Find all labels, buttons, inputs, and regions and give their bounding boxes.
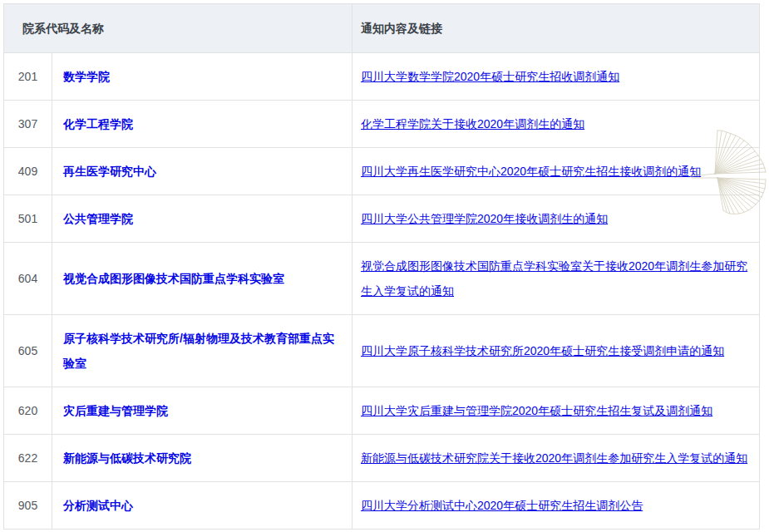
table-row: 409 再生医学研究中心 四川大学再生医学研究中心2020年硕士研究生招生接收调… xyxy=(4,148,760,195)
dept-code: 501 xyxy=(4,195,52,243)
dept-code: 622 xyxy=(4,435,52,482)
table-row: 501 公共管理学院 四川大学公共管理学院2020年接收调剂生的通知 xyxy=(4,195,760,243)
table-row: 307 化学工程学院 化学工程学院关于接收2020年调剂生的通知 xyxy=(4,101,760,148)
dept-code: 307 xyxy=(4,101,52,148)
dept-code: 604 xyxy=(4,243,52,315)
notice-link[interactable]: 四川大学数学学院2020年硕士研究生招收调剂通知 xyxy=(361,70,619,83)
table-header-dept: 院系代码及名称 xyxy=(4,4,352,53)
notice-link[interactable]: 四川大学再生医学研究中心2020年硕士研究生招生接收调剂的通知 xyxy=(361,165,701,178)
table-header-row: 院系代码及名称 通知内容及链接 xyxy=(4,4,760,53)
notice-link[interactable]: 四川大学公共管理学院2020年接收调剂生的通知 xyxy=(361,212,608,225)
dept-code: 905 xyxy=(4,482,52,530)
dept-code: 201 xyxy=(4,53,52,101)
table-row: 905 分析测试中心 四川大学分析测试中心2020年硕士研究生招生调剂公告 xyxy=(4,482,760,530)
dept-name-link[interactable]: 化学工程学院 xyxy=(63,117,133,131)
notice-link[interactable]: 新能源与低碳技术研究院关于接收2020年调剂生参加研究生入学复试的通知 xyxy=(361,451,747,465)
notice-link[interactable]: 四川大学原子核科学技术研究所2020年硕士研究生接受调剂申请的通知 xyxy=(361,344,724,357)
dept-name-link[interactable]: 原子核科学技术研究所/辐射物理及技术教育部重点实验室 xyxy=(63,332,334,370)
dept-name-link[interactable]: 再生医学研究中心 xyxy=(63,165,156,178)
dept-code: 605 xyxy=(4,315,52,387)
dept-name-link[interactable]: 新能源与低碳技术研究院 xyxy=(63,451,191,465)
table-row: 620 灾后重建与管理学院 四川大学灾后重建与管理学院2020年硕士研究生招生复… xyxy=(4,387,760,435)
notice-link[interactable]: 化学工程学院关于接收2020年调剂生的通知 xyxy=(361,117,584,131)
notice-link[interactable]: 四川大学灾后重建与管理学院2020年硕士研究生招生复试及调剂通知 xyxy=(361,404,712,417)
dept-name-link[interactable]: 分析测试中心 xyxy=(63,499,133,512)
table-header-notice: 通知内容及链接 xyxy=(352,4,760,53)
notices-table: 院系代码及名称 通知内容及链接 201 数学学院 四川大学数学学院2020年硕士… xyxy=(3,3,760,530)
notices-table-container: 院系代码及名称 通知内容及链接 201 数学学院 四川大学数学学院2020年硕士… xyxy=(3,3,759,530)
dept-name-link[interactable]: 公共管理学院 xyxy=(63,212,133,225)
dept-name-link[interactable]: 视觉合成图形图像技术国防重点学科实验室 xyxy=(63,272,284,285)
table-row: 622 新能源与低碳技术研究院 新能源与低碳技术研究院关于接收2020年调剂生参… xyxy=(4,435,760,482)
table-row: 604 视觉合成图形图像技术国防重点学科实验室 视觉合成图形图像技术国防重点学科… xyxy=(4,243,760,315)
table-row: 605 原子核科学技术研究所/辐射物理及技术教育部重点实验室 四川大学原子核科学… xyxy=(4,315,760,387)
dept-name-link[interactable]: 数学学院 xyxy=(63,70,110,83)
dept-code: 620 xyxy=(4,387,52,435)
notice-link[interactable]: 四川大学分析测试中心2020年硕士研究生招生调剂公告 xyxy=(361,499,643,512)
dept-code: 409 xyxy=(4,148,52,195)
notice-link[interactable]: 视觉合成图形图像技术国防重点学科实验室关于接收2020年调剂生参加研究生入学复试… xyxy=(361,259,747,298)
table-row: 201 数学学院 四川大学数学学院2020年硕士研究生招收调剂通知 xyxy=(4,53,760,101)
dept-name-link[interactable]: 灾后重建与管理学院 xyxy=(63,404,168,417)
